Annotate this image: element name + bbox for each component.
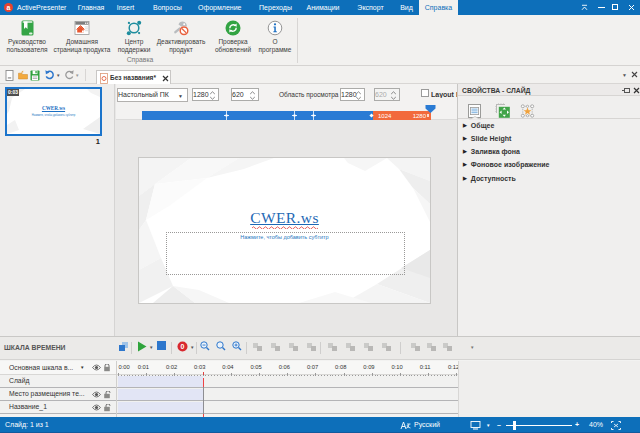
svg-text:0: 0 [181,343,185,350]
